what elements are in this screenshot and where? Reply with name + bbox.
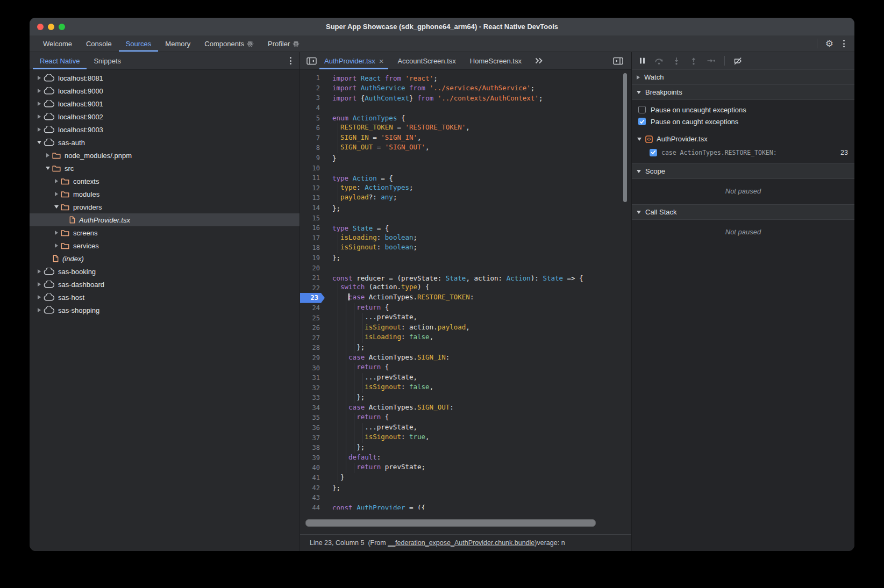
expand-arrow-icon[interactable]	[44, 153, 52, 157]
tree-item-localhost-8081[interactable]: localhost:8081	[30, 71, 300, 84]
pause-on-uncaught-exceptions-checkbox[interactable]	[638, 106, 646, 113]
close-window-button[interactable]	[37, 24, 44, 30]
code-line-1[interactable]: 1import React from 'react';	[300, 73, 631, 83]
step-over-icon[interactable]	[654, 57, 664, 65]
code-editor[interactable]: 1import React from 'react';2import AuthS…	[300, 70, 631, 534]
line-number[interactable]: 30	[300, 363, 325, 373]
expand-arrow-icon[interactable]	[35, 295, 43, 299]
code-line-29[interactable]: 29case ActionTypes.SIGN_IN:	[300, 353, 631, 363]
step-out-icon[interactable]	[689, 57, 698, 65]
minimize-window-button[interactable]	[48, 24, 54, 30]
code-line-38[interactable]: 38};	[300, 443, 631, 453]
editor-vertical-scrollbar[interactable]	[623, 73, 627, 202]
editor-horizontal-scrollbar[interactable]	[305, 519, 596, 527]
code-line-3[interactable]: 3import {AuthContext} from '../contexts/…	[300, 93, 631, 103]
tab-sources[interactable]: Sources	[119, 35, 159, 52]
navigator-tab-react-native[interactable]: React Native	[33, 52, 87, 69]
collapse-arrow-icon[interactable]	[52, 205, 60, 209]
code-line-34[interactable]: 34case ActionTypes.SIGN_OUT:	[300, 403, 631, 413]
tab-welcome[interactable]: Welcome	[36, 35, 79, 52]
titlebar[interactable]: Super App Showcase (sdk_gphone64_arm64) …	[30, 18, 854, 35]
line-number[interactable]: 43	[300, 493, 325, 503]
line-number[interactable]: 6	[300, 123, 325, 133]
breakpoints-section-header[interactable]: Breakpoints	[632, 84, 854, 100]
line-number[interactable]: 26	[300, 323, 325, 333]
expand-arrow-icon[interactable]	[35, 102, 43, 106]
code-line-18[interactable]: 18isSignout: boolean;	[300, 243, 631, 253]
line-number[interactable]: 40	[300, 463, 325, 473]
line-number[interactable]: 29	[300, 353, 325, 363]
code-line-8[interactable]: 8SIGN_OUT = 'SIGN_OUT',	[300, 143, 631, 153]
tree-item-authprovider-tsx[interactable]: AuthProvider.tsx	[30, 213, 300, 226]
line-number[interactable]: 32	[300, 383, 325, 393]
line-number[interactable]: 10	[300, 163, 325, 173]
line-number[interactable]: 14	[300, 203, 325, 213]
tree-item-index[interactable]: (index)	[30, 252, 300, 265]
expand-arrow-icon[interactable]	[52, 243, 60, 248]
expand-arrow-icon[interactable]	[52, 179, 60, 183]
line-number[interactable]: 28	[300, 343, 325, 353]
deactivate-breakpoints-icon[interactable]	[733, 57, 743, 65]
line-number[interactable]: 37	[300, 433, 325, 443]
breakpoint-marker[interactable]: 23	[300, 293, 325, 303]
code-line-44[interactable]: 44const AuthProvider = ({	[300, 503, 631, 510]
tree-item-sas-host[interactable]: sas-host	[30, 291, 300, 304]
code-line-19[interactable]: 19};	[300, 253, 631, 263]
line-number[interactable]: 27	[300, 333, 325, 343]
code-line-43[interactable]: 43	[300, 493, 631, 503]
zoom-window-button[interactable]	[59, 24, 65, 30]
tab-memory[interactable]: Memory	[158, 35, 197, 52]
scope-section-header[interactable]: Scope	[632, 163, 854, 179]
more-options-icon[interactable]	[842, 38, 846, 49]
line-number[interactable]: 19	[300, 253, 325, 263]
watch-section-header[interactable]: Watch	[632, 69, 854, 85]
step-icon[interactable]	[707, 57, 716, 64]
tree-item-localhost-9003[interactable]: localhost:9003	[30, 123, 300, 136]
hide-navigator-icon[interactable]	[303, 52, 319, 69]
line-number[interactable]: 8	[300, 143, 325, 153]
line-number[interactable]: 22	[300, 283, 325, 293]
tree-item-sas-dashboard[interactable]: sas-dashboard	[30, 278, 300, 291]
line-number[interactable]: 11	[300, 173, 325, 183]
line-number[interactable]: 33	[300, 393, 325, 403]
code-line-32[interactable]: 32isSignout: false,	[300, 383, 631, 393]
breakpoint-file-row[interactable]: AuthProvider.tsx	[632, 132, 854, 146]
expand-arrow-icon[interactable]	[35, 282, 43, 286]
code-line-28[interactable]: 28};	[300, 343, 631, 353]
code-line-4[interactable]: 4	[300, 103, 631, 113]
collapse-arrow-icon[interactable]	[35, 141, 43, 144]
collapse-arrow-icon[interactable]	[44, 167, 52, 170]
line-number[interactable]: 31	[300, 373, 325, 383]
code-line-39[interactable]: 39default:	[300, 453, 631, 463]
line-number[interactable]: 24	[300, 303, 325, 313]
pause-on-caught-exceptions-checkbox[interactable]	[638, 118, 646, 125]
line-number[interactable]: 16	[300, 223, 325, 233]
line-number[interactable]: 21	[300, 273, 325, 283]
line-number[interactable]: 3	[300, 93, 325, 103]
line-number[interactable]: 34	[300, 403, 325, 413]
pause-on-caught-exceptions-row[interactable]: Pause on caught exceptions	[632, 116, 854, 127]
code-line-12[interactable]: 12type: ActionTypes;	[300, 183, 631, 193]
code-line-27[interactable]: 27isLoading: false,	[300, 333, 631, 343]
call-stack-section-header[interactable]: Call Stack	[632, 204, 854, 220]
line-number[interactable]: 42	[300, 483, 325, 493]
tree-item-localhost-9002[interactable]: localhost:9002	[30, 110, 300, 123]
line-number[interactable]: 38	[300, 443, 325, 453]
code-line-20[interactable]: 20	[300, 263, 631, 273]
tree-item-modules[interactable]: modules	[30, 188, 300, 200]
code-line-16[interactable]: 16type State = {	[300, 223, 631, 233]
code-line-13[interactable]: 13payload?: any;	[300, 193, 631, 203]
tab-console[interactable]: Console	[79, 35, 119, 52]
code-line-14[interactable]: 14};	[300, 203, 631, 213]
line-number[interactable]: 7	[300, 133, 325, 144]
line-number[interactable]: 1	[300, 73, 325, 83]
expand-arrow-icon[interactable]	[35, 127, 43, 132]
code-line-9[interactable]: 9}	[300, 153, 631, 163]
step-into-icon[interactable]	[672, 57, 681, 65]
editor-tab-accountscreen-tsx[interactable]: AccountScreen.tsx	[393, 52, 460, 69]
tree-item-contexts[interactable]: contexts	[30, 175, 300, 188]
tree-item-screens[interactable]: screens	[30, 226, 300, 239]
tree-item-localhost-9000[interactable]: localhost:9000	[30, 84, 300, 97]
code-line-42[interactable]: 42};	[300, 483, 631, 493]
code-line-6[interactable]: 6RESTORE_TOKEN = 'RESTORE_TOKEN',	[300, 123, 631, 133]
